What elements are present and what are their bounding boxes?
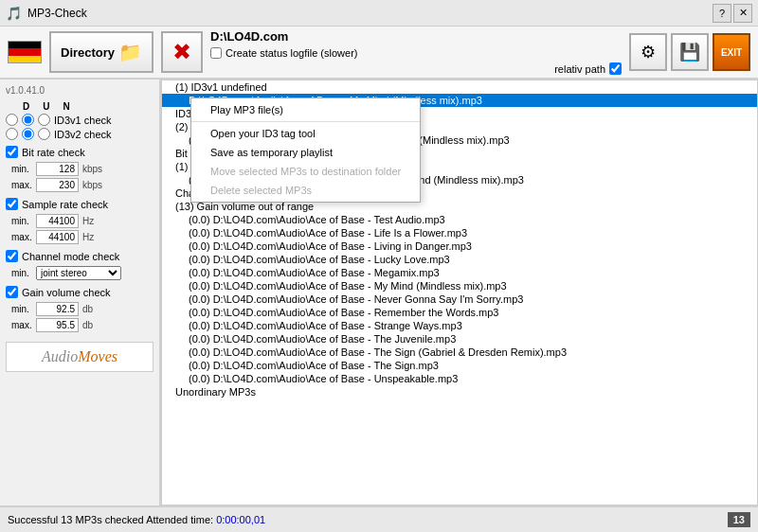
samplerate-unit-max: Hz xyxy=(82,232,94,242)
samplerate-min-input[interactable] xyxy=(36,214,79,228)
samplerate-checkbox[interactable] xyxy=(6,198,18,210)
samplerate-unit: Hz xyxy=(82,216,94,226)
tree-item[interactable]: (0.0) D:\LO4D.com\Audio\Ace of Base - My… xyxy=(162,279,757,293)
bitrate-max-row: max. kbps xyxy=(11,178,153,192)
ctx-open-id3[interactable]: Open your ID3 tag tool xyxy=(191,124,420,143)
tree-item[interactable]: (0.0) D:\LO4D.com\Audio\Ace of Base - St… xyxy=(162,319,757,332)
bitrate-min-row: min. kbps xyxy=(11,162,153,176)
ctx-save-playlist[interactable]: Save as temporary playlist xyxy=(191,143,420,162)
app-icon: 🎵 xyxy=(6,6,22,21)
col-d: D xyxy=(23,101,29,112)
ctx-play[interactable]: Play MP3 file(s) xyxy=(191,100,420,119)
bitrate-cb-row: Bit rate check xyxy=(6,146,153,158)
exit-label: EXIT xyxy=(721,47,742,58)
id3v2-row: ID3v2 check xyxy=(6,128,153,140)
path-value: D:\LO4D.com xyxy=(210,29,622,44)
directory-label: Directory xyxy=(61,45,115,60)
tree-item[interactable]: (0.0) D:\LO4D.com\Audio\Ace of Base - Li… xyxy=(162,239,757,253)
gain-min-label: min. xyxy=(11,304,32,314)
sr-max-label: max. xyxy=(11,232,32,242)
gain-max-label: max. xyxy=(11,320,32,330)
id3v2-radio-d[interactable] xyxy=(6,128,18,140)
id3v1-radio-u[interactable] xyxy=(22,114,34,126)
gain-label: Gain volume check xyxy=(22,287,111,298)
gain-max-row: max. db xyxy=(11,318,153,332)
gain-min-row: min. db xyxy=(11,302,153,316)
logfile-checkbox[interactable] xyxy=(210,47,222,59)
ctx-separator xyxy=(191,121,420,122)
settings-button[interactable]: ⚙ xyxy=(629,33,667,71)
title-bar-controls: ? ✕ xyxy=(713,4,752,23)
tree-item[interactable]: (0.0) D:\LO4D.com\Audio\Ace of Base - Lu… xyxy=(162,253,757,266)
close-button[interactable]: ✕ xyxy=(733,4,752,23)
status-count: 13 xyxy=(728,512,750,527)
tree-area[interactable]: (1) ID3v1 undefined D:\LO4D.com\Audio\Ac… xyxy=(161,80,758,505)
channel-checkbox[interactable] xyxy=(6,250,18,262)
channel-label: Channel mode check xyxy=(22,251,119,262)
channel-cb-row: Channel mode check xyxy=(6,250,153,262)
directory-button[interactable]: Directory 📁 xyxy=(49,31,153,73)
channel-min-row: min. joint stereo stereo mono xyxy=(11,266,153,280)
ch-min-label: min. xyxy=(11,268,32,278)
toolbar: Directory 📁 ✖ D:\LO4D.com Create status … xyxy=(0,27,758,80)
tree-item[interactable]: (0.0) D:\LO4D.com\Audio\Ace of Base - Te… xyxy=(162,213,757,226)
tree-item[interactable]: (0.0) D:\LO4D.com\Audio\Ace of Base - Me… xyxy=(162,266,757,279)
settings-icon: ⚙ xyxy=(641,42,656,62)
tree-item[interactable]: (0.0) D:\LO4D.com\Audio\Ace of Base - Th… xyxy=(162,346,757,359)
audiomoves-logo: AudioMoves xyxy=(6,342,153,372)
status-time: 0:00:00,01 xyxy=(216,514,265,525)
tree-item[interactable]: (0.0) D:\LO4D.com\Audio\Ace of Base - Th… xyxy=(162,332,757,346)
status-bar: Successful 13 MP3s checked Attended time… xyxy=(0,505,758,532)
channel-min-select[interactable]: joint stereo stereo mono xyxy=(36,266,121,280)
stop-icon: ✖ xyxy=(172,39,191,65)
folder-icon: 📁 xyxy=(118,41,142,63)
id3v2-radio-u[interactable] xyxy=(22,128,34,140)
id3v2-label: ID3v2 check xyxy=(54,129,112,140)
ctx-move: Move selected MP3s to destination folder xyxy=(191,162,420,181)
samplerate-max-input[interactable] xyxy=(36,230,79,244)
tree-item[interactable]: (0.0) D:\LO4D.com\Audio\Ace of Base - Th… xyxy=(162,359,757,372)
gain-unit-max: db xyxy=(82,320,93,330)
col-n: N xyxy=(63,101,69,112)
gain-min-input[interactable] xyxy=(36,302,79,316)
relpath-checkbox[interactable] xyxy=(609,62,622,75)
path-area: D:\LO4D.com Create status logfile (slowe… xyxy=(210,29,622,75)
sr-min-label: min. xyxy=(11,216,32,226)
tree-item[interactable]: (0.0) D:\LO4D.com\Audio\Ace of Base - Li… xyxy=(162,226,757,239)
right-panel: (1) ID3v1 undefined D:\LO4D.com\Audio\Ac… xyxy=(161,80,758,505)
version-label: v1.0.41.0 xyxy=(6,85,153,96)
bitrate-checkbox[interactable] xyxy=(6,146,18,158)
id3v1-row: ID3v1 check xyxy=(6,114,153,126)
app-title: MP3-Check xyxy=(27,7,87,20)
tree-item[interactable]: (0.0) D:\LO4D.com\Audio\Ace of Base - Re… xyxy=(162,306,757,319)
tree-item[interactable]: (1) ID3v1 undefined xyxy=(162,80,757,94)
id3v1-radio-d[interactable] xyxy=(6,114,18,126)
gain-unit: db xyxy=(82,304,93,314)
status-text: Successful 13 MP3s checked Attended time… xyxy=(8,514,216,525)
bitrate-max-input[interactable] xyxy=(36,178,79,192)
id3v1-label: ID3v1 check xyxy=(54,115,112,126)
samplerate-min-row: min. Hz xyxy=(11,214,153,228)
save-button[interactable]: 💾 xyxy=(671,33,709,71)
left-panel: v1.0.41.0 D U N ID3v1 check ID3v2 check … xyxy=(0,80,161,505)
exit-button[interactable]: EXIT xyxy=(713,33,750,71)
tree-item[interactable]: (0.0) D:\LO4D.com\Audio\Ace of Base - Ne… xyxy=(162,293,757,306)
help-button[interactable]: ? xyxy=(713,4,731,23)
radio-col-headers: D U N xyxy=(23,101,153,112)
gain-cb-row: Gain volume check xyxy=(6,286,153,298)
bitrate-label: Bit rate check xyxy=(22,147,85,158)
min-label: min. xyxy=(11,164,32,174)
id3v1-radio-n[interactable] xyxy=(38,114,50,126)
tree-item[interactable]: Unordinary MP3s xyxy=(162,385,757,399)
gain-checkbox[interactable] xyxy=(6,286,18,298)
samplerate-max-row: max. Hz xyxy=(11,230,153,244)
bitrate-min-input[interactable] xyxy=(36,162,79,176)
samplerate-label: Sample rate check xyxy=(22,199,108,210)
bitrate-unit: kbps xyxy=(82,164,102,174)
tree-item[interactable]: (0.0) D:\LO4D.com\Audio\Ace of Base - Un… xyxy=(162,372,757,385)
id3v2-radio-n[interactable] xyxy=(38,128,50,140)
status-text-area: Successful 13 MP3s checked Attended time… xyxy=(8,514,265,525)
gain-max-input[interactable] xyxy=(36,318,79,332)
context-menu: Play MP3 file(s) Open your ID3 tag tool … xyxy=(190,98,421,203)
stop-button[interactable]: ✖ xyxy=(161,31,203,73)
